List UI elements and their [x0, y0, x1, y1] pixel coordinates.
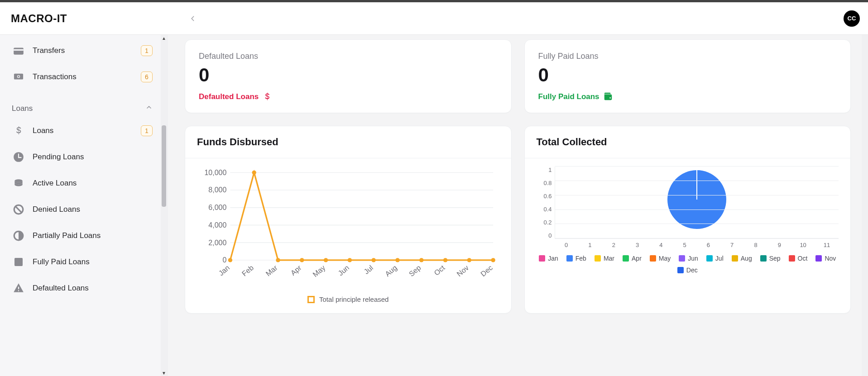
svg-text:Apr: Apr [289, 263, 303, 277]
svg-text:0: 0 [222, 256, 226, 264]
scroll-up-icon[interactable]: ▲ [161, 35, 167, 41]
square-icon [12, 255, 25, 269]
chart-body: 10.80.60.40.20 01234567891011 JanFebMarA… [525, 158, 851, 284]
clock-icon [12, 150, 25, 164]
chart-title: Total Collected [525, 126, 851, 158]
sidebar-item-denied-loans[interactable]: Denied Loans [7, 196, 157, 223]
sidebar-item-loans[interactable]: Loans1 [7, 118, 157, 144]
scroll-down-icon[interactable]: ▼ [161, 370, 167, 376]
svg-text:May: May [311, 263, 327, 278]
legend-item-dec[interactable]: Dec [677, 267, 698, 274]
legend-label: Feb [575, 255, 586, 262]
legend-item-sep[interactable]: Sep [760, 255, 781, 262]
legend-swatch [679, 255, 685, 262]
svg-text:Oct: Oct [432, 263, 446, 277]
pie-legend: JanFebMarAprMayJunJulAugSepOctNovDec [537, 255, 839, 274]
legend-label: Mar [604, 255, 614, 262]
svg-point-38 [252, 171, 256, 175]
legend-swatch [623, 255, 629, 262]
legend-swatch [677, 267, 684, 273]
page-scrollbar[interactable] [862, 35, 868, 376]
svg-rect-0 [14, 48, 24, 55]
svg-text:Feb: Feb [240, 263, 255, 278]
legend-swatch [732, 255, 738, 262]
sidebar-item-transfers[interactable]: Transfers1 [7, 38, 157, 64]
sidebar-badge: 6 [141, 71, 153, 82]
svg-point-47 [467, 258, 471, 262]
svg-point-43 [372, 258, 376, 262]
sidebar-badge: 1 [141, 45, 153, 56]
legend-swatch [539, 255, 545, 262]
collected-chart: 10.80.60.40.20 01234567891011 JanFebMarA… [537, 167, 839, 274]
sidebar-item-label: Partially Paid Loans [33, 231, 101, 240]
stat-card-fully-paid: Fully Paid Loans 0 Fully Paid Loans [524, 39, 851, 113]
legend-item-apr[interactable]: Apr [623, 255, 642, 262]
wallet-icon [12, 44, 25, 57]
legend-swatch [566, 255, 573, 262]
sidebar-section-loans[interactable]: Loans [7, 90, 157, 118]
legend-label: Jan [548, 255, 558, 262]
legend-swatch [706, 255, 713, 262]
legend-swatch [307, 296, 315, 303]
legend-item-nov[interactable]: Nov [815, 255, 836, 262]
avatar[interactable]: CC [844, 10, 860, 27]
pie-x-axis: 01234567891011 [555, 239, 839, 248]
stat-foot-link[interactable]: Fully Paid Loans [538, 92, 837, 102]
chevron-left-icon [190, 14, 196, 24]
legend-label: Dec [686, 267, 698, 274]
legend-label: Aug [741, 255, 752, 262]
sidebar-scrollbar-thumb[interactable] [162, 125, 166, 207]
stat-foot-label: Defaulted Loans [199, 92, 259, 101]
legend-label: Oct [798, 255, 808, 262]
legend-swatch [595, 255, 601, 262]
legend-label: Total principle released [319, 295, 388, 303]
chart-title: Funds Disbursed [185, 126, 511, 158]
sidebar-item-fully-paid-loans[interactable]: Fully Paid Loans [7, 249, 157, 275]
svg-text:Mar: Mar [264, 263, 279, 278]
stat-foot-label: Fully Paid Loans [538, 92, 599, 101]
svg-text:10,000: 10,000 [204, 168, 226, 176]
sidebar-item-label: Active Loans [33, 179, 77, 188]
legend-swatch [760, 255, 767, 262]
back-button[interactable] [185, 10, 201, 27]
legend-item-oct[interactable]: Oct [789, 255, 808, 262]
legend-item-mar[interactable]: Mar [595, 255, 614, 262]
svg-text:Jan: Jan [217, 263, 231, 277]
chart-legend: Total principle released [197, 295, 499, 303]
legend-item-feb[interactable]: Feb [566, 255, 586, 262]
legend-item-jan[interactable]: Jan [539, 255, 558, 262]
sidebar-content: Transfers1Transactions6 Loans Loans1Pend… [0, 35, 161, 376]
stat-title: Fully Paid Loans [538, 52, 837, 61]
stat-value: 0 [199, 65, 498, 86]
sidebar-item-partially-paid-loans[interactable]: Partially Paid Loans [7, 223, 157, 249]
stat-foot-link[interactable]: Defaulted Loans [199, 92, 498, 102]
sidebar-item-label: Denied Loans [33, 205, 80, 214]
sidebar-section-label: Loans [12, 104, 33, 113]
sidebar-item-label: Fully Paid Loans [33, 257, 90, 267]
dashboard-grid: Defaulted Loans 0 Defaulted Loans Fully … [185, 39, 851, 314]
stat-card-defaulted: Defaulted Loans 0 Defaulted Loans [185, 39, 512, 113]
svg-text:Sep: Sep [407, 263, 422, 278]
svg-text:Dec: Dec [479, 263, 494, 278]
legend-swatch [789, 255, 795, 262]
legend-item-jul[interactable]: Jul [706, 255, 724, 262]
cash-icon [12, 70, 25, 84]
ban-icon [12, 203, 25, 216]
half-icon [12, 229, 25, 243]
legend-label: Nov [825, 255, 836, 262]
svg-rect-1 [14, 49, 24, 51]
svg-point-42 [348, 258, 352, 262]
sidebar-item-active-loans[interactable]: Active Loans [7, 170, 157, 196]
legend-item-may[interactable]: May [650, 255, 671, 262]
sidebar-item-transactions[interactable]: Transactions6 [7, 64, 157, 90]
sidebar-item-defaulted-loans[interactable]: Defaulted Loans [7, 275, 157, 301]
legend-item-aug[interactable]: Aug [732, 255, 752, 262]
collected-pie-chart [665, 168, 729, 231]
brand-logo[interactable]: MACRO-IT [11, 12, 67, 25]
main-scroll[interactable]: Defaulted Loans 0 Defaulted Loans Fully … [168, 35, 868, 376]
legend-item-jun[interactable]: Jun [679, 255, 698, 262]
chart-card-collected: Total Collected 10.80.60.40.20 012345678… [524, 126, 851, 314]
sidebar-item-pending-loans[interactable]: Pending Loans [7, 144, 157, 170]
pie-plot-area [555, 167, 839, 239]
sidebar-scrollbar[interactable]: ▲ ▼ [161, 35, 167, 376]
